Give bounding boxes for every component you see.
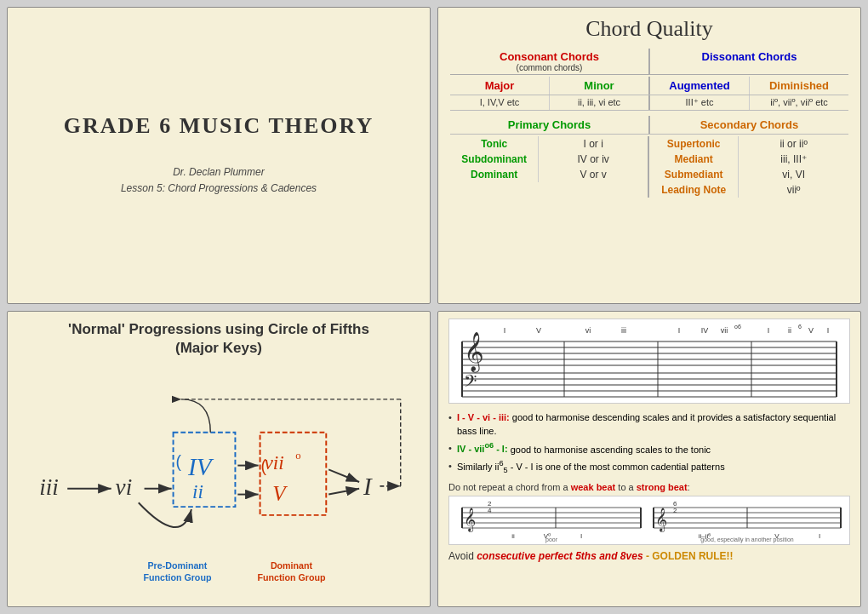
music-score: 𝄞 𝄢 I V vi iii I IV vii o6 I ii 6 V I (448, 318, 850, 404)
svg-line-19 (328, 488, 359, 494)
svg-text:I: I (819, 532, 820, 540)
svg-text:V: V (272, 481, 288, 505)
svg-text:(: ( (175, 452, 181, 471)
svg-text:4: 4 (488, 507, 492, 514)
svg-text:2: 2 (673, 507, 677, 514)
secondary-chords-header: Secondary Chords (650, 116, 848, 134)
circle-diagram: iii vi IV ii vii o V I (16, 363, 421, 601)
svg-text:ii: ii (788, 326, 791, 335)
minor-type: Minor (550, 77, 650, 95)
panel-chord-quality: Chord Quality Consonant Chords (common c… (437, 7, 861, 304)
subtitle-line1: Dr. Declan Plummer (121, 164, 317, 181)
svg-text:Dominant: Dominant (271, 560, 313, 571)
golden-rule-text: Avoid consecutive perfect 5ths and 8ves … (448, 550, 850, 562)
point2-label: IV - viio6 - I: (457, 444, 508, 454)
chord-types-row: Major Minor Augmented Diminished (450, 77, 848, 95)
circle-title-line1: 'Normal' Progressions using Circle of Fi… (16, 320, 421, 339)
svg-text:o: o (295, 449, 300, 461)
subdominant-name: Subdominant (450, 152, 539, 167)
svg-text:I: I (768, 326, 770, 335)
chord-quality-title: Chord Quality (450, 16, 848, 42)
svg-text:IV: IV (701, 326, 709, 335)
svg-text:Function Group: Function Group (257, 571, 326, 582)
svg-text:𝄞: 𝄞 (464, 508, 476, 532)
leading-right: Leading Note viiº (649, 182, 848, 198)
dominant-left: Dominant V or v (450, 167, 649, 182)
circle-title: 'Normal' Progressions using Circle of Fi… (16, 320, 421, 358)
svg-text:vii: vii (721, 326, 728, 335)
chord-values-row: I, IV,V etc ii, iii, vi etc III⁺ etc iiº… (450, 95, 848, 111)
function-headers: Primary Chords Secondary Chords (450, 116, 848, 135)
dominant-submediant-row: Dominant V or v Submediant vi, VI (450, 167, 848, 182)
svg-text:poor: poor (545, 537, 558, 543)
dim-type: Diminished (750, 77, 848, 95)
svg-text:(: ( (261, 456, 267, 475)
beat-score: 𝄞 2 4 ii V⁰ I poor 𝄞 6 2 ii–ii⁶ V I good… (448, 496, 850, 545)
submediant-right: Submediant vi, VI (649, 167, 848, 182)
weak-beat-label: weak beat (571, 482, 616, 492)
mediant-name: Mediant (649, 152, 739, 167)
svg-text:𝄢: 𝄢 (464, 372, 477, 394)
leading-val: viiº (739, 182, 848, 198)
dominant-val: V or v (539, 167, 648, 182)
point1-text: good to harmonise descending scales and … (457, 412, 836, 437)
dim-values: iiº, viiº, viiº etc (750, 95, 848, 110)
subtitle-line2: Lesson 5: Chord Progressions & Cadences (121, 181, 317, 197)
point-3: Similarly ii65 - V - I is one of the mos… (448, 459, 850, 478)
svg-text:vii: vii (264, 451, 283, 473)
leading-name: Leading Note (649, 182, 739, 198)
svg-text:IV: IV (187, 453, 214, 480)
supertonic-name: Supertonic (649, 136, 739, 152)
supertonic-right: Supertonic ii or iiº (649, 136, 848, 152)
point2-text: good to harmonise ascending scales to th… (511, 444, 711, 454)
consonant-label: Consonant Chords (454, 50, 645, 63)
svg-text:vi: vi (116, 473, 133, 499)
dissonant-header: Dissonant Chords (650, 49, 848, 74)
svg-text:Function Group: Function Group (143, 571, 212, 582)
supertonic-val: ii or iiº (739, 136, 848, 152)
svg-line-18 (328, 469, 359, 482)
subtitle: Dr. Declan Plummer Lesson 5: Chord Progr… (121, 164, 317, 197)
beat-instruction: Do not repeat a chord from a weak beat t… (448, 482, 850, 492)
mediant-right: Mediant iii, III⁺ (649, 152, 848, 167)
panel-progressions: 𝄞 𝄢 I V vi iii I IV vii o6 I ii 6 V I I … (437, 311, 861, 608)
svg-text:𝄞: 𝄞 (655, 508, 667, 532)
panel-circle-of-fifths: 'Normal' Progressions using Circle of Fi… (7, 311, 431, 608)
major-values: I, IV,V etc (450, 95, 550, 110)
point1-label: I - V - vi - iii: (457, 412, 510, 422)
consonant-sub: (common chords) (454, 63, 645, 72)
submediant-val: vi, VI (739, 167, 848, 182)
leading-note-row: Leading Note viiº (450, 182, 848, 198)
svg-text:6: 6 (798, 324, 802, 330)
tonic-left: Tonic I or i (450, 136, 649, 152)
main-title: GRADE 6 MUSIC THEORY (64, 113, 374, 139)
svg-text:V: V (808, 326, 814, 335)
svg-text:iii: iii (39, 473, 59, 499)
circle-title-line2: (Major Keys) (16, 339, 421, 358)
svg-text:𝄞: 𝄞 (464, 332, 484, 373)
major-type: Major (450, 77, 550, 95)
primary-chords-header: Primary Chords (450, 116, 650, 134)
aug-values: III⁺ etc (650, 95, 750, 110)
dissonant-label: Dissonant Chords (654, 50, 845, 63)
tonic-val: I or i (539, 136, 648, 152)
subdominant-val: IV or iv (539, 152, 648, 167)
point-1: I - V - vi - iii: good to harmonise desc… (448, 410, 850, 439)
point-2: IV - viio6 - I: good to harmonise ascend… (448, 441, 850, 456)
tonic-name: Tonic (450, 136, 539, 152)
svg-text:I: I (363, 472, 373, 499)
consonant-header: Consonant Chords (common chords) (450, 49, 650, 74)
dominant-name: Dominant (450, 167, 539, 182)
mediant-val: iii, III⁺ (739, 152, 848, 167)
subdominant-left: Subdominant IV or iv (450, 152, 649, 167)
leading-empty-space (450, 182, 649, 198)
svg-text:vi: vi (585, 326, 591, 335)
minor-values: ii, iii, vi etc (550, 95, 650, 110)
strong-beat-label: strong beat (637, 482, 688, 492)
subdominant-mediant-row: Subdominant IV or iv Mediant iii, III⁺ (450, 152, 848, 167)
svg-text:I: I (678, 326, 681, 335)
golden-label: - GOLDEN RULE!! (646, 550, 734, 562)
tonic-supertonic-row: Tonic I or i Supertonic ii or iiº (450, 136, 848, 152)
progression-points: I - V - vi - iii: good to harmonise desc… (448, 410, 850, 478)
svg-text:Pre-Dominant: Pre-Dominant (147, 560, 207, 571)
